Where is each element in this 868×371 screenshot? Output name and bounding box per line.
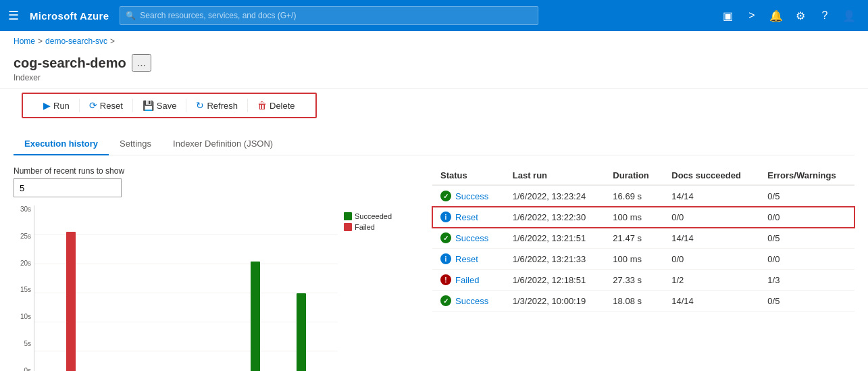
- col-errors: Errors/Warnings: [759, 166, 854, 185]
- settings-icon[interactable]: ⚙: [790, 5, 811, 26]
- chart-legend: Succeeded Failed: [344, 212, 392, 231]
- divider-4: [247, 99, 248, 112]
- divider-1: [79, 99, 80, 112]
- cell-lastrun-2: 1/6/2022, 13:21:51: [505, 228, 605, 249]
- breadcrumb-sep1: >: [38, 36, 43, 46]
- status-link-4[interactable]: Failed: [455, 275, 479, 285]
- legend-failed-color: [344, 223, 352, 231]
- main-content: Execution history Settings Indexer Defin…: [0, 125, 868, 371]
- search-placeholder: Search resources, services, and docs (G+…: [140, 11, 296, 20]
- refresh-label: Refresh: [207, 101, 238, 111]
- cell-status-4: ! Failed: [432, 270, 505, 291]
- status-icon-2: ✓: [440, 232, 451, 243]
- chart-bar-4: [251, 262, 260, 371]
- cell-docs-0: 14/14: [663, 185, 759, 207]
- runs-input[interactable]: [14, 178, 122, 197]
- status-icon-5: ✓: [440, 295, 451, 306]
- cell-duration-2: 21.47 s: [605, 228, 663, 249]
- status-icon-3: i: [440, 253, 451, 264]
- cell-lastrun-5: 1/3/2022, 10:00:19: [505, 291, 605, 312]
- cell-errors-2: 0/5: [759, 228, 854, 249]
- breadcrumb-sep2: >: [110, 36, 115, 46]
- left-panel: Number of recent runs to show 30s 25s 20…: [14, 166, 405, 371]
- status-link-5[interactable]: Success: [455, 296, 488, 306]
- tabs: Execution history Settings Indexer Defin…: [14, 125, 854, 155]
- y-label-3: 15s: [20, 286, 31, 293]
- legend-failed: Failed: [344, 223, 392, 231]
- search-icon: 🔍: [126, 11, 136, 20]
- table-row: ✓ Success 1/6/2022, 13:23:24 16.69 s 14/…: [432, 185, 854, 207]
- ellipsis-button[interactable]: ...: [132, 54, 151, 72]
- col-status: Status: [432, 166, 505, 185]
- delete-button[interactable]: 🗑 Delete: [251, 97, 302, 114]
- legend-succeeded: Succeeded: [344, 212, 392, 220]
- chart-area: 30s 25s 20s 15s 10s 5s 0s: [14, 205, 392, 371]
- chart-bar-0: [66, 232, 76, 371]
- cell-duration-4: 27.33 s: [605, 270, 663, 291]
- y-label-2: 20s: [20, 259, 31, 267]
- table-row: ✓ Success 1/3/2022, 10:00:19 18.08 s 14/…: [432, 291, 854, 312]
- account-icon[interactable]: 👤: [838, 5, 860, 26]
- run-button[interactable]: ▶ Run: [36, 97, 76, 114]
- execution-table: Status Last run Duration Docs succeeded …: [432, 166, 854, 312]
- run-label: Run: [53, 101, 70, 111]
- divider-2: [132, 99, 133, 112]
- cell-docs-5: 14/14: [663, 291, 759, 312]
- divider-3: [186, 99, 186, 112]
- legend-failed-label: Failed: [355, 223, 375, 231]
- status-link-2[interactable]: Success: [455, 233, 488, 243]
- col-last-run: Last run: [505, 166, 605, 185]
- help-icon[interactable]: ?: [814, 5, 836, 26]
- cell-errors-3: 0/0: [759, 249, 854, 270]
- right-panel: Status Last run Duration Docs succeeded …: [432, 166, 854, 371]
- y-label-4: 10s: [20, 313, 31, 320]
- cell-lastrun-4: 1/6/2022, 12:18:51: [505, 270, 605, 291]
- hamburger-menu[interactable]: ☰: [8, 8, 19, 23]
- breadcrumb-demo-search[interactable]: demo-search-svc: [45, 36, 107, 46]
- cell-lastrun-3: 1/6/2022, 13:21:33: [505, 249, 605, 270]
- notification-icon[interactable]: 🔔: [765, 5, 787, 26]
- status-link-1[interactable]: Reset: [455, 212, 478, 222]
- portal-icon[interactable]: ▣: [717, 5, 738, 26]
- cell-errors-1: 0/0: [759, 207, 854, 228]
- tab-indexer-definition[interactable]: Indexer Definition (JSON): [162, 133, 284, 155]
- cell-docs-3: 0/0: [663, 249, 759, 270]
- chart-bars-area: 01/06 01/06 01/06 01/06 01/06 01/06: [34, 205, 338, 371]
- legend-succeeded-color: [344, 212, 352, 220]
- cell-lastrun-1: 1/6/2022, 13:22:30: [505, 207, 605, 228]
- chart-bars-container: [34, 205, 338, 371]
- tab-settings[interactable]: Settings: [109, 133, 162, 155]
- refresh-button[interactable]: ↻ Refresh: [189, 97, 245, 114]
- delete-icon: 🗑: [257, 100, 267, 111]
- save-button[interactable]: 💾 Save: [136, 97, 184, 114]
- page-header: cog-search-demo ... Indexer: [0, 49, 868, 89]
- status-link-3[interactable]: Reset: [455, 254, 478, 264]
- delete-label: Delete: [270, 101, 295, 111]
- chart-bar-5: [297, 293, 306, 372]
- azure-logo: Microsoft Azure: [30, 10, 109, 22]
- chart-y-labels: 30s 25s 20s 15s 10s 5s 0s: [14, 205, 34, 371]
- breadcrumb: Home > demo-search-svc >: [0, 31, 868, 49]
- cell-errors-5: 0/5: [759, 291, 854, 312]
- cell-status-1: i Reset: [432, 207, 505, 228]
- reset-button[interactable]: ⟳ Reset: [82, 97, 130, 114]
- cell-duration-0: 16.69 s: [605, 185, 663, 207]
- status-icon-0: ✓: [440, 191, 451, 201]
- table-row: i Reset 1/6/2022, 13:21:33 100 ms 0/0 0/…: [432, 249, 854, 270]
- cell-errors-0: 0/5: [759, 185, 854, 207]
- cell-errors-4: 1/3: [759, 270, 854, 291]
- tab-execution-history[interactable]: Execution history: [14, 133, 109, 155]
- status-link-0[interactable]: Success: [455, 191, 488, 201]
- y-label-1: 25s: [20, 232, 31, 240]
- col-docs: Docs succeeded: [663, 166, 759, 185]
- save-label: Save: [157, 101, 177, 111]
- cell-status-2: ✓ Success: [432, 228, 505, 249]
- cloud-shell-icon[interactable]: >: [741, 5, 763, 26]
- runs-field-label: Number of recent runs to show: [14, 166, 405, 176]
- search-bar[interactable]: 🔍 Search resources, services, and docs (…: [120, 6, 538, 25]
- table-row: ! Failed 1/6/2022, 12:18:51 27.33 s 1/2 …: [432, 270, 854, 291]
- page-title: cog-search-demo: [14, 55, 126, 71]
- table-header-row: Status Last run Duration Docs succeeded …: [432, 166, 854, 185]
- legend-succeeded-label: Succeeded: [355, 212, 392, 220]
- breadcrumb-home[interactable]: Home: [14, 36, 35, 46]
